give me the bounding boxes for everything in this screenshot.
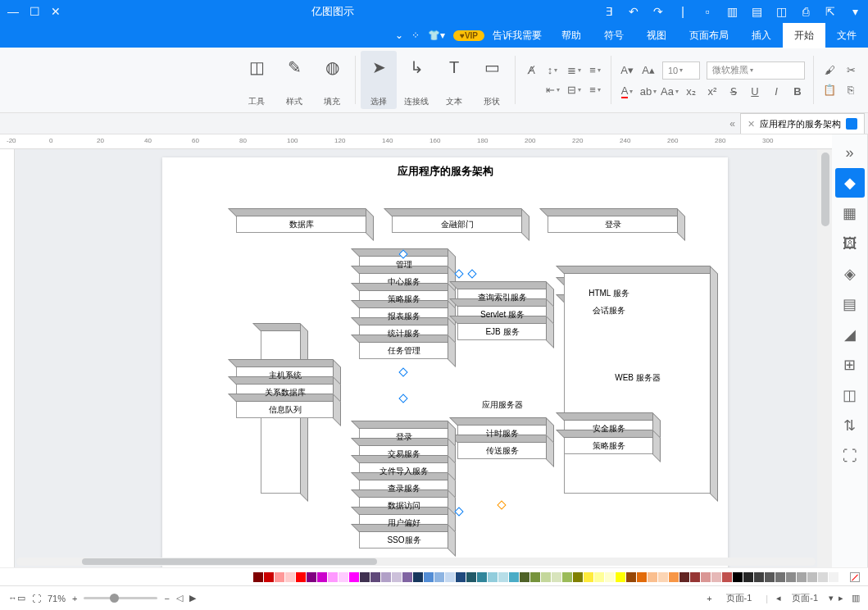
- swatch[interactable]: [584, 572, 593, 582]
- swatch[interactable]: [786, 572, 796, 582]
- swatch[interactable]: [328, 572, 338, 582]
- swatch[interactable]: [626, 572, 636, 582]
- swatch[interactable]: [616, 572, 625, 582]
- play-icon[interactable]: ▶: [189, 593, 196, 603]
- stack-core[interactable]: 登录 交易服务 文件导入服务 查录服务 数据访问 用户偏好 SSO服务: [359, 428, 449, 549]
- swatch[interactable]: [562, 572, 572, 582]
- handle[interactable]: [398, 394, 407, 403]
- style-tool[interactable]: ✎样式: [276, 51, 312, 109]
- swatch[interactable]: [637, 572, 647, 582]
- page-next-icon[interactable]: ▸: [838, 593, 843, 603]
- apps-icon[interactable]: ⁘: [411, 30, 420, 41]
- component-panel-icon[interactable]: ◫: [835, 380, 865, 410]
- shape-finance[interactable]: 金融部门: [392, 215, 523, 233]
- fitwidth-icon[interactable]: ↔▭: [8, 593, 25, 603]
- zoom-knob[interactable]: [110, 594, 119, 603]
- bold-icon[interactable]: B: [790, 84, 805, 99]
- stack-svcA[interactable]: 管理 中心服务 策略服务 报表服务 统计服务 任务管理: [359, 256, 449, 359]
- swatch[interactable]: [402, 572, 412, 582]
- swatch[interactable]: [381, 572, 391, 582]
- swatch[interactable]: [797, 572, 807, 582]
- swatch[interactable]: [392, 572, 402, 582]
- swatch[interactable]: [754, 572, 764, 582]
- swatch[interactable]: [658, 572, 668, 582]
- superscript-icon[interactable]: x²: [705, 84, 720, 99]
- indent-icon[interactable]: ⇤: [545, 83, 560, 98]
- swatch[interactable]: [839, 572, 849, 582]
- fill-tool[interactable]: ◍填充: [314, 51, 350, 109]
- swatch[interactable]: [488, 572, 498, 582]
- swatch[interactable]: [743, 572, 753, 582]
- chart-panel-icon[interactable]: ◢: [835, 320, 865, 349]
- swatch[interactable]: [552, 572, 561, 582]
- panel-collapse-icon[interactable]: «: [725, 118, 740, 130]
- swatch[interactable]: [829, 572, 838, 582]
- zoom-out-icon[interactable]: −: [164, 594, 169, 603]
- tab-view[interactable]: 视图: [635, 23, 678, 48]
- swatch[interactable]: [520, 572, 529, 582]
- vscroll[interactable]: [817, 149, 832, 567]
- subscript-icon[interactable]: x₂: [684, 84, 698, 99]
- case-icon[interactable]: Aa: [662, 84, 677, 99]
- shape-db[interactable]: 数据库: [236, 215, 367, 233]
- underline-icon[interactable]: U: [748, 84, 762, 99]
- swatch[interactable]: [722, 572, 732, 582]
- expand-panel-icon[interactable]: ⛶: [835, 441, 865, 471]
- shape-tool[interactable]: ▭形状: [474, 51, 510, 109]
- export-icon[interactable]: ⇱: [824, 5, 837, 18]
- grid2-icon[interactable]: ▤: [750, 5, 763, 18]
- more-icon[interactable]: ▾: [848, 5, 861, 18]
- hscroll-thumb[interactable]: [82, 558, 377, 565]
- swatch[interactable]: [275, 572, 284, 582]
- handle[interactable]: [497, 500, 506, 509]
- swatch[interactable]: [307, 572, 316, 582]
- grid1-icon[interactable]: ▥: [725, 5, 738, 18]
- swatch[interactable]: [434, 572, 444, 582]
- swatch[interactable]: [466, 572, 476, 582]
- font-shrink-icon[interactable]: A▾: [620, 63, 634, 78]
- numbering-icon[interactable]: ≣: [566, 63, 581, 78]
- page-add-icon[interactable]: +: [707, 594, 711, 603]
- undo-icon[interactable]: ↶: [627, 5, 640, 18]
- minimize-icon[interactable]: —: [7, 5, 20, 18]
- handle[interactable]: [398, 367, 407, 376]
- zoom-value[interactable]: 71%: [48, 594, 66, 603]
- swatch[interactable]: [498, 572, 508, 582]
- toolbox-tool[interactable]: ◫工具: [239, 51, 275, 109]
- swatch[interactable]: [339, 572, 348, 582]
- swatch[interactable]: [701, 572, 711, 582]
- swatch[interactable]: [264, 572, 274, 582]
- grid-panel-icon[interactable]: ▦: [835, 198, 865, 228]
- valign-icon[interactable]: ⊟: [566, 83, 581, 98]
- copy-icon[interactable]: ⎘: [843, 83, 858, 98]
- swatch[interactable]: [317, 572, 327, 582]
- vip-badge[interactable]: ♥VIP: [453, 30, 484, 41]
- canvas[interactable]: 应用程序的服务架构 登录 金融部门 数据库 管理 中心服务 策略服务 报表服务 …: [0, 149, 832, 567]
- vscroll-thumb[interactable]: [821, 152, 829, 226]
- font-size[interactable]: 10: [662, 61, 700, 80]
- swatch[interactable]: [349, 572, 359, 582]
- swatch[interactable]: [573, 572, 583, 582]
- shapes-panel-icon[interactable]: ◆: [835, 168, 865, 198]
- swatch[interactable]: [669, 572, 679, 582]
- swatch[interactable]: [424, 572, 434, 582]
- spacing-icon[interactable]: ↕: [545, 63, 560, 78]
- swatch[interactable]: [733, 572, 743, 582]
- shape-login[interactable]: 登录: [548, 215, 679, 233]
- layers-panel-icon[interactable]: ◈: [835, 259, 865, 289]
- handle[interactable]: [454, 269, 463, 278]
- stack-svcC[interactable]: HTML 服务 会话服务: [564, 285, 654, 319]
- text-tool[interactable]: T文本: [436, 51, 472, 109]
- swatch[interactable]: [285, 572, 295, 582]
- page-panel-icon[interactable]: ▤: [835, 289, 865, 319]
- stack-task[interactable]: 计时服务 传送服务: [457, 425, 548, 459]
- swatch[interactable]: [690, 572, 700, 582]
- save-icon[interactable]: ▫: [701, 5, 714, 18]
- swatch-none[interactable]: [850, 572, 860, 582]
- swatch[interactable]: [594, 572, 604, 582]
- image-panel-icon[interactable]: 🖼: [835, 229, 865, 258]
- zoom-in-icon[interactable]: +: [72, 594, 77, 603]
- swatch[interactable]: [775, 572, 785, 582]
- strike-icon[interactable]: S̶: [726, 84, 741, 99]
- swatch[interactable]: [541, 572, 551, 582]
